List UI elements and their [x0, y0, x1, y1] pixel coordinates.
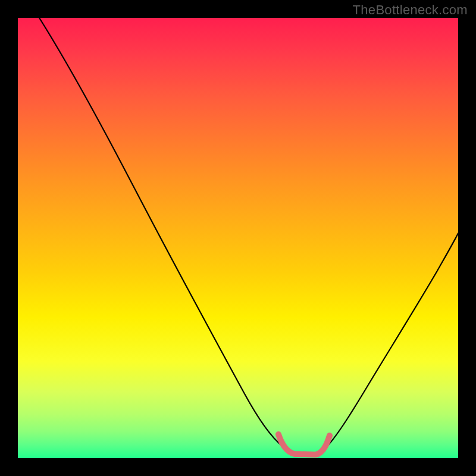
chart-stage: TheBottleneck.com [0, 0, 476, 476]
trough-indicator [278, 434, 330, 455]
watermark-text: TheBottleneck.com [353, 2, 468, 18]
left-curve [39, 18, 283, 446]
curve-layer [18, 18, 458, 458]
plot-area [18, 18, 458, 458]
right-curve [327, 233, 458, 446]
